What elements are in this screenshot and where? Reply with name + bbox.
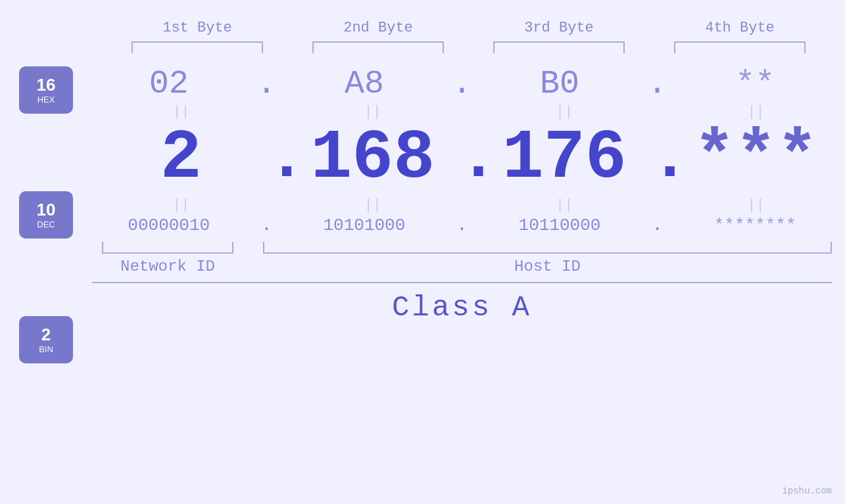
bin-badge-num: 2 — [41, 325, 51, 344]
dec-badge-num: 10 — [37, 200, 56, 219]
host-bracket — [263, 242, 832, 254]
hex-dot-3: . — [648, 65, 667, 103]
main-container: 1st Byte 2nd Byte 3rd Byte 4th Byte 16 H… — [0, 0, 845, 504]
bin-badge-label: BIN — [39, 344, 53, 354]
host-id-label: Host ID — [514, 258, 581, 275]
dec-badge-label: DEC — [37, 219, 55, 229]
labels-column: 16 HEX 10 DEC 2 BIN — [0, 60, 92, 363]
hex-badge-num: 16 — [37, 76, 56, 95]
hex-val-1: 02 — [149, 65, 189, 103]
dec-val-3: 176 — [502, 120, 627, 198]
bin-cell-3: 10110000 — [494, 216, 625, 235]
top-bracket-2 — [312, 41, 444, 53]
eq2-1: || — [172, 197, 189, 214]
hex-dot-2: . — [452, 65, 471, 103]
hex-val-3: B0 — [540, 65, 579, 103]
hex-cell-2: A8 — [299, 65, 430, 103]
bin-dot-3: . — [648, 215, 667, 235]
dec-badge: 10 DEC — [19, 191, 73, 239]
host-id-section: Host ID — [263, 242, 832, 275]
dec-dot-3: . — [650, 122, 670, 196]
bin-cell-4: ******** — [689, 216, 821, 235]
hex-val-4: ** — [735, 65, 775, 103]
hex-badge: 16 HEX — [19, 66, 73, 114]
dec-cell-4: *** — [690, 124, 822, 193]
hex-cell-3: B0 — [494, 65, 625, 103]
class-section: Class A — [92, 282, 832, 324]
eq1-3: || — [556, 104, 573, 120]
bottom-brackets-row: Network ID Host ID — [92, 242, 845, 275]
dec-cell-1: 2 — [115, 124, 247, 193]
top-bracket-4 — [674, 41, 806, 53]
bin-cell-2: 10101000 — [299, 216, 430, 235]
data-section: 02 . A8 . B0 . ** — [92, 60, 845, 324]
bin-row: 00000010 . 10101000 . 10110000 . — [92, 215, 845, 241]
eq1-1: || — [172, 104, 189, 120]
byte-header-3: 3rd Byte — [487, 20, 631, 36]
equals-row-1: || || || || — [92, 103, 845, 122]
eq2-2: || — [364, 197, 381, 214]
dec-val-4: *** — [694, 120, 818, 198]
bin-val-3: 10110000 — [519, 216, 601, 235]
eq2-4: || — [747, 197, 764, 214]
hex-dot-1: . — [256, 65, 276, 103]
bin-val-1: 00000010 — [128, 216, 210, 235]
dec-row: 2 . 168 . 176 . *** — [92, 122, 845, 196]
eq1-2: || — [364, 104, 381, 120]
class-label: Class A — [392, 291, 532, 324]
byte-header-1: 1st Byte — [125, 20, 270, 36]
byte-header-4: 4th Byte — [667, 20, 812, 36]
dec-dot-2: . — [458, 122, 478, 196]
dec-cell-2: 168 — [307, 124, 439, 193]
hex-cell-4: ** — [689, 65, 821, 103]
network-id-section: Network ID — [92, 242, 243, 275]
dec-val-2: 168 — [310, 120, 435, 198]
watermark: ipshu.com — [782, 486, 832, 496]
top-bracket-3 — [493, 41, 625, 53]
hex-cell-1: 02 — [103, 65, 235, 103]
byte-header-2: 2nd Byte — [306, 20, 450, 36]
bin-val-2: 10101000 — [323, 216, 405, 235]
equals-row-2: || || || || — [92, 196, 845, 215]
bin-badge: 2 BIN — [19, 316, 73, 363]
dec-val-1: 2 — [160, 120, 202, 198]
hex-val-2: A8 — [345, 65, 384, 103]
hex-badge-label: HEX — [37, 95, 55, 104]
network-id-label: Network ID — [120, 258, 215, 275]
dec-cell-3: 176 — [498, 124, 630, 193]
top-bracket-1 — [132, 41, 263, 53]
bin-dot-2: . — [452, 215, 471, 235]
bin-cell-1: 00000010 — [103, 216, 235, 235]
hex-row: 02 . A8 . B0 . ** — [92, 60, 845, 103]
eq1-4: || — [747, 104, 764, 120]
network-bracket — [102, 242, 233, 254]
bin-val-4: ******** — [714, 216, 796, 235]
bin-dot-1: . — [256, 215, 276, 235]
dec-dot-1: . — [267, 122, 287, 196]
eq2-3: || — [556, 197, 573, 214]
